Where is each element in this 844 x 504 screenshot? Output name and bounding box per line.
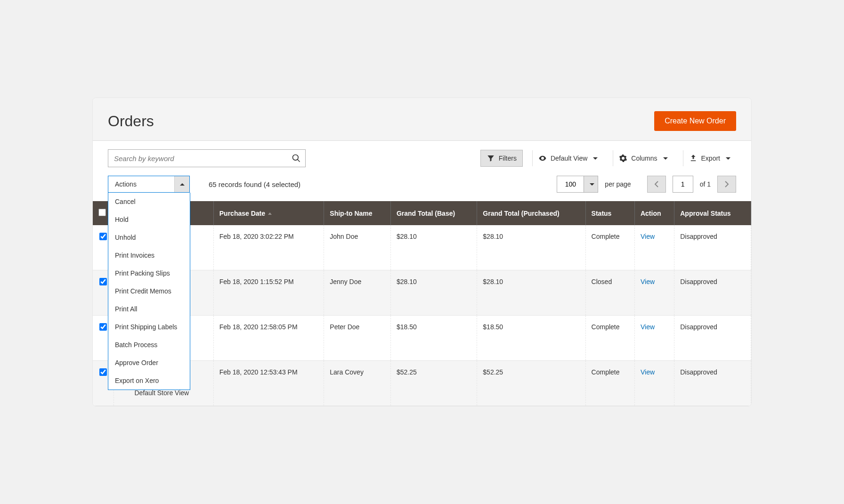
approval-cell: Disapproved bbox=[674, 225, 751, 270]
actions-menu-item[interactable]: Batch Process bbox=[108, 336, 190, 354]
actions-menu-item[interactable]: Approve Order bbox=[108, 354, 190, 372]
actions-menu-item[interactable]: Print Packing Slips bbox=[108, 264, 190, 282]
columns-label: Columns bbox=[631, 154, 657, 162]
caret-down-icon bbox=[593, 157, 598, 160]
of-pages-label: of 1 bbox=[700, 180, 711, 188]
page-number-input[interactable] bbox=[673, 176, 693, 193]
caret-down-icon bbox=[726, 157, 730, 160]
export-button[interactable]: Export bbox=[683, 150, 736, 166]
approval-cell: Disapproved bbox=[674, 361, 751, 406]
actions-left: Actions 65 records found (4 selected) bbox=[108, 176, 300, 193]
actions-menu-item[interactable]: Print All bbox=[108, 300, 190, 318]
view-link[interactable]: View bbox=[641, 323, 655, 331]
next-page-button[interactable] bbox=[717, 176, 736, 193]
col-grand-total-purchased[interactable]: Grand Total (Purchased) bbox=[477, 201, 585, 225]
action-cell: View bbox=[634, 316, 674, 361]
orders-panel: Orders Create New Order Filters bbox=[92, 98, 752, 406]
svg-line-1 bbox=[298, 160, 300, 162]
action-cell: View bbox=[634, 361, 674, 406]
select-all-checkbox[interactable] bbox=[98, 209, 106, 216]
grid-header-row: Purchase Point Purchase Date Ship-to Nam… bbox=[93, 201, 751, 225]
grand-total-base-cell: $28.10 bbox=[390, 225, 477, 270]
row-checkbox[interactable] bbox=[99, 233, 107, 240]
actions-menu-item[interactable]: Print Credit Memos bbox=[108, 282, 190, 300]
col-approval-status[interactable]: Approval Status bbox=[674, 201, 751, 225]
row-checkbox[interactable] bbox=[99, 278, 107, 285]
status-cell: Complete bbox=[585, 316, 634, 361]
table-row[interactable]: Main Website Main Website Store Default … bbox=[93, 270, 751, 316]
controls-row: Filters Default View Columns bbox=[93, 141, 751, 167]
grand-total-base-cell: $52.25 bbox=[390, 361, 477, 406]
col-status[interactable]: Status bbox=[585, 201, 634, 225]
ship-to-cell: Peter Doe bbox=[324, 316, 391, 361]
page-size-input[interactable] bbox=[557, 176, 584, 192]
grand-total-base-cell: $28.10 bbox=[390, 270, 477, 316]
default-view-button[interactable]: Default View bbox=[532, 150, 603, 166]
page-header: Orders Create New Order bbox=[93, 98, 751, 141]
grand-total-base-cell: $18.50 bbox=[390, 316, 477, 361]
page-title: Orders bbox=[108, 113, 154, 130]
table-row[interactable]: Main Website Main Website Store Default … bbox=[93, 225, 751, 270]
table-row[interactable]: Main Website Main Website Store Default … bbox=[93, 361, 751, 406]
search-icon[interactable] bbox=[292, 154, 301, 163]
grand-total-purchased-cell: $18.50 bbox=[477, 316, 585, 361]
create-new-order-button[interactable]: Create New Order bbox=[654, 111, 736, 131]
purchase-date-cell: Feb 18, 2020 12:53:43 PM bbox=[213, 361, 324, 406]
grand-total-purchased-cell: $28.10 bbox=[477, 270, 585, 316]
approval-cell: Disapproved bbox=[674, 316, 751, 361]
columns-button[interactable]: Columns bbox=[613, 150, 673, 166]
actions-menu-item[interactable]: Export on Xero bbox=[108, 372, 190, 390]
status-cell: Complete bbox=[585, 361, 634, 406]
row-checkbox[interactable] bbox=[99, 368, 107, 376]
grand-total-purchased-cell: $52.25 bbox=[477, 361, 585, 406]
purchase-date-cell: Feb 18, 2020 12:58:05 PM bbox=[213, 316, 324, 361]
chevron-left-icon bbox=[654, 181, 659, 187]
col-purchase-date[interactable]: Purchase Date bbox=[213, 201, 324, 225]
col-action[interactable]: Action bbox=[634, 201, 674, 225]
status-cell: Closed bbox=[585, 270, 634, 316]
search-input[interactable] bbox=[108, 149, 306, 167]
actions-label: Actions bbox=[108, 176, 174, 192]
row-checkbox[interactable] bbox=[99, 323, 107, 331]
purchase-date-cell: Feb 18, 2020 3:02:22 PM bbox=[213, 225, 324, 270]
actions-menu-item[interactable]: Cancel bbox=[108, 193, 190, 211]
page-size-arrow[interactable] bbox=[584, 176, 598, 192]
funnel-icon bbox=[487, 154, 495, 163]
view-link[interactable]: View bbox=[641, 368, 655, 376]
actions-menu-item[interactable]: Print Shipping Labels bbox=[108, 318, 190, 336]
ship-to-cell: John Doe bbox=[324, 225, 391, 270]
actions-arrow[interactable] bbox=[174, 176, 189, 192]
view-link[interactable]: View bbox=[641, 233, 655, 240]
actions-menu-item[interactable]: Print Invoices bbox=[108, 246, 190, 264]
prev-page-button[interactable] bbox=[647, 176, 666, 193]
export-label: Export bbox=[701, 154, 720, 162]
ship-to-cell: Lara Covey bbox=[324, 361, 391, 406]
filters-button[interactable]: Filters bbox=[480, 150, 523, 167]
status-cell: Complete bbox=[585, 225, 634, 270]
caret-down-icon bbox=[590, 183, 594, 186]
eye-icon bbox=[538, 154, 547, 163]
paging: per page of 1 bbox=[557, 176, 736, 193]
caret-up-icon bbox=[180, 183, 185, 186]
actions-menu-item[interactable]: Unhold bbox=[108, 228, 190, 246]
page-size-select[interactable] bbox=[557, 176, 598, 193]
table-row[interactable]: Main Website Main Website Store Default … bbox=[93, 316, 751, 361]
default-view-label: Default View bbox=[551, 154, 587, 162]
actions-menu: CancelHoldUnholdPrint InvoicesPrint Pack… bbox=[108, 193, 190, 390]
svg-point-0 bbox=[293, 155, 299, 161]
actions-row: Actions 65 records found (4 selected) pe… bbox=[93, 167, 751, 201]
action-cell: View bbox=[634, 270, 674, 316]
actions-dropdown[interactable]: Actions bbox=[108, 176, 190, 193]
per-page-label: per page bbox=[605, 180, 631, 188]
col-grand-total-base[interactable]: Grand Total (Base) bbox=[390, 201, 477, 225]
records-found-label: 65 records found (4 selected) bbox=[209, 180, 300, 188]
search-wrap bbox=[108, 149, 306, 167]
grand-total-purchased-cell: $28.10 bbox=[477, 225, 585, 270]
approval-cell: Disapproved bbox=[674, 270, 751, 316]
control-group: Filters Default View Columns bbox=[480, 150, 736, 167]
actions-menu-item[interactable]: Hold bbox=[108, 211, 190, 228]
col-ship-to[interactable]: Ship-to Name bbox=[324, 201, 391, 225]
purchase-date-cell: Feb 18, 2020 1:15:52 PM bbox=[213, 270, 324, 316]
view-link[interactable]: View bbox=[641, 278, 655, 285]
orders-grid: Purchase Point Purchase Date Ship-to Nam… bbox=[93, 201, 751, 406]
